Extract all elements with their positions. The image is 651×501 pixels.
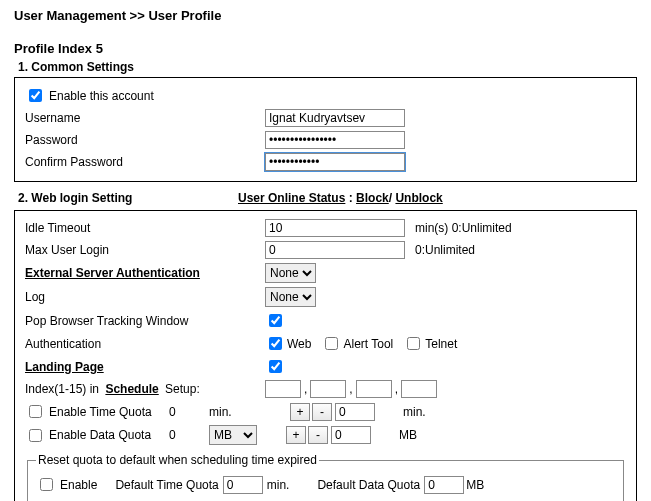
time-quota-label: Enable Time Quota — [49, 405, 169, 419]
reset-enable-checkbox[interactable] — [40, 478, 53, 491]
data-quota-unit-select[interactable]: MB — [209, 425, 257, 445]
log-select[interactable]: None — [265, 287, 316, 307]
landing-page-label: Landing Page — [25, 360, 265, 374]
confirm-password-input[interactable] — [265, 153, 405, 171]
schedule-index-4[interactable] — [401, 380, 437, 398]
breadcrumb-sep: >> — [130, 8, 145, 23]
max-user-login-suffix: 0:Unlimited — [415, 243, 475, 257]
schedule-index-2[interactable] — [310, 380, 346, 398]
web-login-panel: Idle Timeout min(s) 0:Unlimited Max User… — [14, 210, 637, 501]
breadcrumb: User Management >> User Profile — [14, 8, 637, 23]
data-quota-mb-suffix: MB — [399, 428, 417, 442]
time-quota-plus[interactable]: + — [290, 403, 310, 421]
schedule-index-3[interactable] — [356, 380, 392, 398]
max-user-login-input[interactable] — [265, 241, 405, 259]
common-settings-panel: Enable this account Username Password Co… — [14, 77, 637, 182]
block-link[interactable]: Block — [356, 191, 389, 205]
auth-telnet-label: Telnet — [425, 337, 457, 351]
online-status-sep: : — [349, 191, 356, 205]
time-quota-current: 0 — [169, 405, 209, 419]
reset-quota-legend: Reset quota to default when scheduling t… — [36, 453, 319, 467]
username-input[interactable] — [265, 109, 405, 127]
auth-web-label: Web — [287, 337, 311, 351]
auth-alert-checkbox[interactable] — [325, 337, 338, 350]
idle-timeout-input[interactable] — [265, 219, 405, 237]
section-web-title: 2. Web login Setting — [18, 191, 238, 205]
breadcrumb-a: User Management — [14, 8, 126, 23]
profile-index-title: Profile Index 5 — [14, 41, 637, 56]
confirm-password-label: Confirm Password — [25, 155, 265, 169]
default-time-quota-unit: min. — [267, 478, 290, 492]
unblock-link[interactable]: Unblock — [395, 191, 442, 205]
password-label: Password — [25, 133, 265, 147]
index-post-label: Setup: — [165, 382, 200, 396]
time-quota-minus[interactable]: - — [312, 403, 332, 421]
data-quota-checkbox[interactable] — [29, 429, 42, 442]
data-quota-plus[interactable]: + — [286, 426, 306, 444]
index-pre-label: Index(1-15) in — [25, 382, 99, 396]
web-login-title-row: 2. Web login Setting User Online Status … — [14, 188, 637, 208]
default-data-quota-unit: MB — [466, 478, 484, 492]
breadcrumb-b: User Profile — [148, 8, 221, 23]
data-quota-current: 0 — [169, 428, 209, 442]
time-quota-unit1: min. — [209, 405, 289, 419]
time-quota-checkbox[interactable] — [29, 405, 42, 418]
reset-enable-label: Enable — [60, 478, 97, 492]
user-online-status-label: User Online Status — [238, 191, 345, 205]
time-quota-unit2: min. — [403, 405, 426, 419]
enable-account-checkbox[interactable] — [29, 89, 42, 102]
data-quota-label: Enable Data Quota — [49, 428, 169, 442]
idle-timeout-label: Idle Timeout — [25, 221, 265, 235]
auth-alert-label: Alert Tool — [343, 337, 393, 351]
auth-web-checkbox[interactable] — [269, 337, 282, 350]
enable-account-label: Enable this account — [49, 89, 154, 103]
pop-browser-checkbox[interactable] — [269, 314, 282, 327]
default-time-quota-label: Default Time Quota — [115, 478, 218, 492]
schedule-link[interactable]: Schedule — [105, 382, 158, 396]
data-quota-input[interactable] — [331, 426, 371, 444]
password-input[interactable] — [265, 131, 405, 149]
idle-timeout-suffix: min(s) 0:Unlimited — [415, 221, 512, 235]
external-auth-select[interactable]: None — [265, 263, 316, 283]
landing-page-checkbox[interactable] — [269, 360, 282, 373]
auth-telnet-checkbox[interactable] — [407, 337, 420, 350]
username-label: Username — [25, 111, 265, 125]
external-auth-label: External Server Authentication — [25, 266, 265, 280]
log-label: Log — [25, 290, 265, 304]
default-data-quota-label: Default Data Quota — [317, 478, 420, 492]
schedule-index-1[interactable] — [265, 380, 301, 398]
default-data-quota-input[interactable] — [424, 476, 464, 494]
default-time-quota-input[interactable] — [223, 476, 263, 494]
section-common-title: 1. Common Settings — [18, 60, 637, 74]
authentication-label: Authentication — [25, 337, 265, 351]
max-user-login-label: Max User Login — [25, 243, 265, 257]
pop-browser-label: Pop Browser Tracking Window — [25, 314, 265, 328]
reset-quota-fieldset: Reset quota to default when scheduling t… — [27, 453, 624, 501]
data-quota-minus[interactable]: - — [308, 426, 328, 444]
time-quota-input[interactable] — [335, 403, 375, 421]
